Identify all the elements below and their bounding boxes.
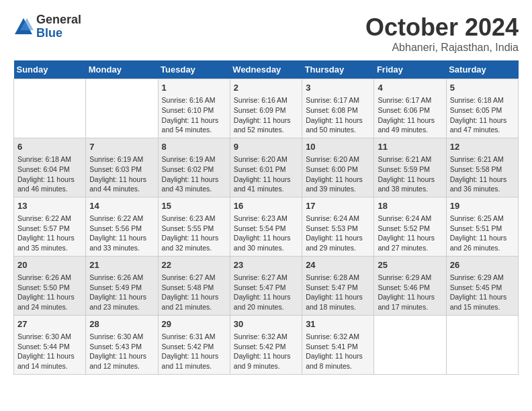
weekday-header-sunday: Sunday bbox=[14, 60, 86, 79]
calendar-cell: 29Sunrise: 6:31 AM Sunset: 5:42 PM Dayli… bbox=[158, 315, 230, 374]
day-number: 2 bbox=[234, 82, 298, 94]
calendar-cell bbox=[446, 315, 518, 374]
day-info: Sunrise: 6:30 AM Sunset: 5:44 PM Dayligh… bbox=[17, 332, 82, 371]
weekday-header-saturday: Saturday bbox=[446, 60, 518, 79]
day-info: Sunrise: 6:29 AM Sunset: 5:46 PM Dayligh… bbox=[378, 273, 442, 312]
calendar-cell: 10Sunrise: 6:20 AM Sunset: 6:00 PM Dayli… bbox=[302, 138, 374, 197]
calendar-week-3: 13Sunrise: 6:22 AM Sunset: 5:57 PM Dayli… bbox=[14, 197, 519, 256]
day-number: 17 bbox=[306, 200, 370, 212]
day-info: Sunrise: 6:23 AM Sunset: 5:55 PM Dayligh… bbox=[162, 214, 226, 253]
weekday-header-wednesday: Wednesday bbox=[230, 60, 302, 79]
day-number: 31 bbox=[306, 318, 370, 330]
day-info: Sunrise: 6:30 AM Sunset: 5:43 PM Dayligh… bbox=[89, 332, 154, 371]
calendar-cell: 22Sunrise: 6:27 AM Sunset: 5:48 PM Dayli… bbox=[158, 256, 230, 315]
calendar-week-4: 20Sunrise: 6:26 AM Sunset: 5:50 PM Dayli… bbox=[14, 256, 519, 315]
day-number: 3 bbox=[306, 82, 370, 94]
calendar-cell: 31Sunrise: 6:32 AM Sunset: 5:41 PM Dayli… bbox=[302, 315, 374, 374]
title-area: October 2024 Abhaneri, Rajasthan, India bbox=[365, 13, 519, 54]
day-info: Sunrise: 6:26 AM Sunset: 5:50 PM Dayligh… bbox=[17, 273, 82, 312]
day-number: 7 bbox=[89, 141, 154, 153]
day-info: Sunrise: 6:32 AM Sunset: 5:41 PM Dayligh… bbox=[306, 332, 370, 371]
calendar-cell: 17Sunrise: 6:24 AM Sunset: 5:53 PM Dayli… bbox=[302, 197, 374, 256]
day-number: 9 bbox=[234, 141, 298, 153]
calendar-cell: 6Sunrise: 6:18 AM Sunset: 6:04 PM Daylig… bbox=[14, 138, 86, 197]
day-info: Sunrise: 6:22 AM Sunset: 5:57 PM Dayligh… bbox=[17, 214, 82, 253]
calendar-cell bbox=[86, 79, 158, 138]
day-info: Sunrise: 6:20 AM Sunset: 6:00 PM Dayligh… bbox=[306, 154, 370, 194]
weekday-header-friday: Friday bbox=[374, 60, 446, 79]
day-info: Sunrise: 6:24 AM Sunset: 5:52 PM Dayligh… bbox=[378, 214, 442, 253]
day-number: 24 bbox=[306, 259, 370, 271]
day-number: 23 bbox=[234, 259, 298, 271]
day-number: 16 bbox=[234, 200, 298, 212]
day-info: Sunrise: 6:17 AM Sunset: 6:08 PM Dayligh… bbox=[306, 95, 370, 135]
calendar-cell: 28Sunrise: 6:30 AM Sunset: 5:43 PM Dayli… bbox=[86, 315, 158, 374]
day-number: 27 bbox=[17, 318, 82, 330]
calendar-week-5: 27Sunrise: 6:30 AM Sunset: 5:44 PM Dayli… bbox=[14, 315, 519, 374]
day-info: Sunrise: 6:16 AM Sunset: 6:10 PM Dayligh… bbox=[162, 95, 226, 135]
logo-icon bbox=[13, 17, 34, 37]
calendar-cell: 20Sunrise: 6:26 AM Sunset: 5:50 PM Dayli… bbox=[14, 256, 86, 315]
calendar-cell: 7Sunrise: 6:19 AM Sunset: 6:03 PM Daylig… bbox=[86, 138, 158, 197]
day-info: Sunrise: 6:18 AM Sunset: 6:05 PM Dayligh… bbox=[450, 95, 515, 135]
day-number: 12 bbox=[450, 141, 515, 153]
weekday-row: SundayMondayTuesdayWednesdayThursdayFrid… bbox=[14, 60, 519, 79]
day-number: 5 bbox=[450, 82, 515, 94]
calendar-cell: 12Sunrise: 6:21 AM Sunset: 5:58 PM Dayli… bbox=[446, 138, 518, 197]
weekday-header-thursday: Thursday bbox=[302, 60, 374, 79]
day-number: 25 bbox=[378, 259, 442, 271]
calendar-cell: 16Sunrise: 6:23 AM Sunset: 5:54 PM Dayli… bbox=[230, 197, 302, 256]
day-number: 13 bbox=[17, 200, 82, 212]
day-info: Sunrise: 6:25 AM Sunset: 5:51 PM Dayligh… bbox=[450, 214, 515, 253]
day-info: Sunrise: 6:27 AM Sunset: 5:48 PM Dayligh… bbox=[162, 273, 226, 312]
calendar-subtitle: Abhaneri, Rajasthan, India bbox=[365, 42, 519, 54]
calendar-table: SundayMondayTuesdayWednesdayThursdayFrid… bbox=[13, 60, 519, 375]
day-number: 26 bbox=[450, 259, 515, 271]
day-number: 20 bbox=[17, 259, 82, 271]
calendar-cell: 24Sunrise: 6:28 AM Sunset: 5:47 PM Dayli… bbox=[302, 256, 374, 315]
day-info: Sunrise: 6:31 AM Sunset: 5:42 PM Dayligh… bbox=[162, 332, 226, 371]
day-number: 29 bbox=[162, 318, 226, 330]
calendar-week-1: 1Sunrise: 6:16 AM Sunset: 6:10 PM Daylig… bbox=[14, 79, 519, 138]
day-number: 14 bbox=[89, 200, 154, 212]
day-info: Sunrise: 6:28 AM Sunset: 5:47 PM Dayligh… bbox=[306, 273, 370, 312]
calendar-cell: 8Sunrise: 6:19 AM Sunset: 6:02 PM Daylig… bbox=[158, 138, 230, 197]
day-info: Sunrise: 6:21 AM Sunset: 5:59 PM Dayligh… bbox=[378, 154, 442, 194]
day-info: Sunrise: 6:22 AM Sunset: 5:56 PM Dayligh… bbox=[89, 214, 154, 253]
day-number: 22 bbox=[162, 259, 226, 271]
day-info: Sunrise: 6:21 AM Sunset: 5:58 PM Dayligh… bbox=[450, 154, 515, 194]
logo-general-text: General bbox=[36, 13, 81, 26]
calendar-cell: 23Sunrise: 6:27 AM Sunset: 5:47 PM Dayli… bbox=[230, 256, 302, 315]
weekday-header-monday: Monday bbox=[86, 60, 158, 79]
calendar-title: October 2024 bbox=[365, 13, 519, 42]
day-number: 4 bbox=[378, 82, 442, 94]
day-number: 8 bbox=[162, 141, 226, 153]
calendar-week-2: 6Sunrise: 6:18 AM Sunset: 6:04 PM Daylig… bbox=[14, 138, 519, 197]
day-info: Sunrise: 6:24 AM Sunset: 5:53 PM Dayligh… bbox=[306, 214, 370, 253]
day-info: Sunrise: 6:26 AM Sunset: 5:49 PM Dayligh… bbox=[89, 273, 154, 312]
day-number: 28 bbox=[89, 318, 154, 330]
calendar-cell: 13Sunrise: 6:22 AM Sunset: 5:57 PM Dayli… bbox=[14, 197, 86, 256]
calendar-cell: 11Sunrise: 6:21 AM Sunset: 5:59 PM Dayli… bbox=[374, 138, 446, 197]
calendar-cell: 21Sunrise: 6:26 AM Sunset: 5:49 PM Dayli… bbox=[86, 256, 158, 315]
day-info: Sunrise: 6:19 AM Sunset: 6:03 PM Dayligh… bbox=[89, 154, 154, 194]
calendar-cell: 3Sunrise: 6:17 AM Sunset: 6:08 PM Daylig… bbox=[302, 79, 374, 138]
day-number: 6 bbox=[17, 141, 82, 153]
day-info: Sunrise: 6:32 AM Sunset: 5:42 PM Dayligh… bbox=[234, 332, 298, 371]
logo-blue-text: Blue bbox=[36, 26, 62, 40]
day-number: 21 bbox=[89, 259, 154, 271]
day-info: Sunrise: 6:29 AM Sunset: 5:45 PM Dayligh… bbox=[450, 273, 515, 312]
calendar-cell: 26Sunrise: 6:29 AM Sunset: 5:45 PM Dayli… bbox=[446, 256, 518, 315]
day-number: 19 bbox=[450, 200, 515, 212]
day-info: Sunrise: 6:23 AM Sunset: 5:54 PM Dayligh… bbox=[234, 214, 298, 253]
calendar-cell: 27Sunrise: 6:30 AM Sunset: 5:44 PM Dayli… bbox=[14, 315, 86, 374]
day-info: Sunrise: 6:17 AM Sunset: 6:06 PM Dayligh… bbox=[378, 95, 442, 135]
day-number: 1 bbox=[162, 82, 226, 94]
day-info: Sunrise: 6:27 AM Sunset: 5:47 PM Dayligh… bbox=[234, 273, 298, 312]
calendar-cell: 1Sunrise: 6:16 AM Sunset: 6:10 PM Daylig… bbox=[158, 79, 230, 138]
calendar-cell: 25Sunrise: 6:29 AM Sunset: 5:46 PM Dayli… bbox=[374, 256, 446, 315]
calendar-cell: 5Sunrise: 6:18 AM Sunset: 6:05 PM Daylig… bbox=[446, 79, 518, 138]
day-number: 18 bbox=[378, 200, 442, 212]
calendar-body: 1Sunrise: 6:16 AM Sunset: 6:10 PM Daylig… bbox=[14, 79, 519, 375]
day-info: Sunrise: 6:19 AM Sunset: 6:02 PM Dayligh… bbox=[162, 154, 226, 194]
